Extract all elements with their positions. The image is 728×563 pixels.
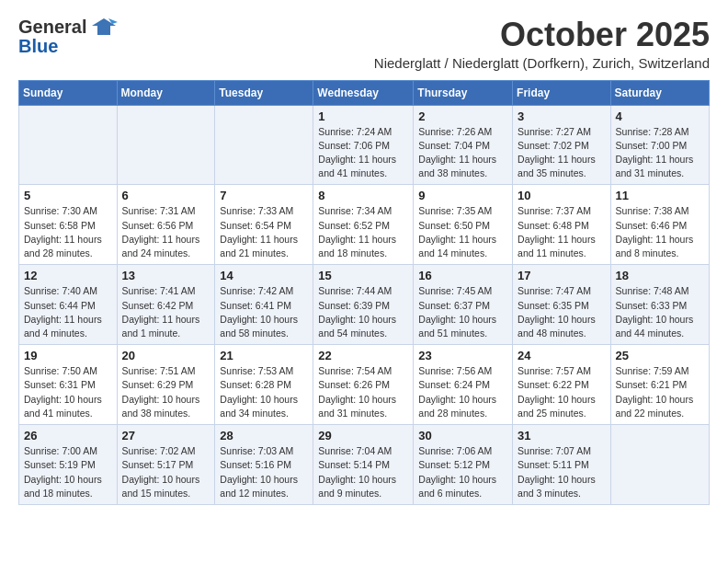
day-number: 17 (518, 269, 606, 282)
col-sunday: Sunday (19, 80, 118, 105)
day-info: Sunrise: 7:59 AMSunset: 6:21 PMDaylight:… (616, 364, 704, 420)
table-row: 16Sunrise: 7:45 AMSunset: 6:37 PMDayligh… (414, 265, 513, 345)
day-info: Sunrise: 7:24 AMSunset: 7:06 PMDaylight:… (318, 125, 408, 181)
day-number: 10 (518, 189, 606, 202)
title-block: October 2025 Niederglatt / Niederglatt (… (118, 17, 710, 71)
col-wednesday: Wednesday (313, 80, 414, 105)
day-number: 2 (418, 109, 507, 123)
calendar-week-row: 5Sunrise: 7:30 AMSunset: 6:58 PMDaylight… (19, 185, 710, 265)
day-number: 1 (318, 109, 408, 123)
table-row: 17Sunrise: 7:47 AMSunset: 6:35 PMDayligh… (513, 265, 611, 345)
logo-blue: Blue (18, 36, 58, 56)
month-title: October 2025 (136, 17, 710, 53)
day-number: 26 (24, 429, 112, 442)
col-friday: Friday (513, 80, 611, 105)
table-row: 4Sunrise: 7:28 AMSunset: 7:00 PMDaylight… (610, 105, 709, 185)
day-number: 31 (518, 429, 606, 442)
subtitle: Niederglatt / Niederglatt (Dorfkern), Zu… (136, 55, 710, 71)
day-number: 9 (418, 189, 507, 202)
day-info: Sunrise: 7:26 AMSunset: 7:04 PMDaylight:… (418, 125, 507, 181)
day-number: 6 (122, 189, 210, 202)
table-row: 27Sunrise: 7:02 AMSunset: 5:17 PMDayligh… (117, 425, 215, 505)
day-info: Sunrise: 7:34 AMSunset: 6:52 PMDaylight:… (318, 204, 408, 260)
table-row: 30Sunrise: 7:06 AMSunset: 5:12 PMDayligh… (414, 425, 513, 505)
day-info: Sunrise: 7:44 AMSunset: 6:39 PMDaylight:… (318, 284, 408, 340)
day-info: Sunrise: 7:50 AMSunset: 6:31 PMDaylight:… (24, 364, 112, 420)
table-row: 7Sunrise: 7:33 AMSunset: 6:54 PMDaylight… (215, 185, 313, 265)
day-info: Sunrise: 7:03 AMSunset: 5:16 PMDaylight:… (220, 444, 308, 500)
day-number: 22 (318, 349, 408, 362)
table-row: 29Sunrise: 7:04 AMSunset: 5:14 PMDayligh… (313, 425, 414, 505)
day-info: Sunrise: 7:37 AMSunset: 6:48 PMDaylight:… (518, 204, 606, 260)
logo-general: General (18, 17, 86, 36)
day-info: Sunrise: 7:07 AMSunset: 5:11 PMDaylight:… (518, 444, 606, 500)
calendar-table: Sunday Monday Tuesday Wednesday Thursday… (18, 80, 710, 505)
table-row: 10Sunrise: 7:37 AMSunset: 6:48 PMDayligh… (513, 185, 611, 265)
day-number: 21 (220, 349, 308, 362)
day-info: Sunrise: 7:04 AMSunset: 5:14 PMDaylight:… (318, 444, 408, 500)
table-row: 14Sunrise: 7:42 AMSunset: 6:41 PMDayligh… (215, 265, 313, 345)
day-info: Sunrise: 7:47 AMSunset: 6:35 PMDaylight:… (518, 284, 606, 340)
table-row: 22Sunrise: 7:54 AMSunset: 6:26 PMDayligh… (313, 345, 414, 425)
table-row: 8Sunrise: 7:34 AMSunset: 6:52 PMDaylight… (313, 185, 414, 265)
day-info: Sunrise: 7:38 AMSunset: 6:46 PMDaylight:… (616, 204, 704, 260)
day-number: 4 (616, 109, 704, 123)
col-monday: Monday (117, 80, 215, 105)
table-row: 20Sunrise: 7:51 AMSunset: 6:29 PMDayligh… (117, 345, 215, 425)
day-info: Sunrise: 7:02 AMSunset: 5:17 PMDaylight:… (122, 444, 210, 500)
day-number: 15 (318, 269, 408, 282)
day-number: 16 (418, 269, 507, 282)
day-number: 19 (24, 349, 112, 362)
table-row (117, 105, 215, 185)
day-info: Sunrise: 7:06 AMSunset: 5:12 PMDaylight:… (418, 444, 507, 500)
logo: General Blue (18, 17, 118, 55)
day-number: 28 (220, 429, 308, 442)
day-info: Sunrise: 7:48 AMSunset: 6:33 PMDaylight:… (616, 284, 704, 340)
col-tuesday: Tuesday (215, 80, 313, 105)
table-row: 24Sunrise: 7:57 AMSunset: 6:22 PMDayligh… (513, 345, 611, 425)
day-number: 24 (518, 349, 606, 362)
table-row: 13Sunrise: 7:41 AMSunset: 6:42 PMDayligh… (117, 265, 215, 345)
table-row: 28Sunrise: 7:03 AMSunset: 5:16 PMDayligh… (215, 425, 313, 505)
day-number: 5 (24, 189, 112, 202)
table-row: 15Sunrise: 7:44 AMSunset: 6:39 PMDayligh… (313, 265, 414, 345)
table-row: 25Sunrise: 7:59 AMSunset: 6:21 PMDayligh… (610, 345, 709, 425)
day-info: Sunrise: 7:56 AMSunset: 6:24 PMDaylight:… (418, 364, 507, 420)
header: General Blue October 2025 Niederglatt / … (18, 17, 710, 71)
day-info: Sunrise: 7:54 AMSunset: 6:26 PMDaylight:… (318, 364, 408, 420)
calendar-header-row: Sunday Monday Tuesday Wednesday Thursday… (19, 80, 710, 105)
day-number: 27 (122, 429, 210, 442)
day-info: Sunrise: 7:45 AMSunset: 6:37 PMDaylight:… (418, 284, 507, 340)
table-row: 1Sunrise: 7:24 AMSunset: 7:06 PMDaylight… (313, 105, 414, 185)
table-row: 6Sunrise: 7:31 AMSunset: 6:56 PMDaylight… (117, 185, 215, 265)
day-info: Sunrise: 7:53 AMSunset: 6:28 PMDaylight:… (220, 364, 308, 420)
table-row: 31Sunrise: 7:07 AMSunset: 5:11 PMDayligh… (513, 425, 611, 505)
table-row: 9Sunrise: 7:35 AMSunset: 6:50 PMDaylight… (414, 185, 513, 265)
day-number: 20 (122, 349, 210, 362)
day-info: Sunrise: 7:42 AMSunset: 6:41 PMDaylight:… (220, 284, 308, 340)
table-row: 11Sunrise: 7:38 AMSunset: 6:46 PMDayligh… (610, 185, 709, 265)
day-number: 3 (518, 109, 606, 123)
day-number: 23 (418, 349, 507, 362)
table-row: 5Sunrise: 7:30 AMSunset: 6:58 PMDaylight… (19, 185, 118, 265)
day-info: Sunrise: 7:28 AMSunset: 7:00 PMDaylight:… (616, 125, 704, 181)
table-row (610, 425, 709, 505)
day-number: 11 (616, 189, 704, 202)
day-number: 18 (616, 269, 704, 282)
table-row: 21Sunrise: 7:53 AMSunset: 6:28 PMDayligh… (215, 345, 313, 425)
day-info: Sunrise: 7:30 AMSunset: 6:58 PMDaylight:… (24, 204, 112, 260)
logo-bird-icon (90, 17, 118, 37)
page: General Blue October 2025 Niederglatt / … (0, 0, 728, 514)
table-row: 18Sunrise: 7:48 AMSunset: 6:33 PMDayligh… (610, 265, 709, 345)
day-info: Sunrise: 7:35 AMSunset: 6:50 PMDaylight:… (418, 204, 507, 260)
day-number: 8 (318, 189, 408, 202)
calendar-week-row: 19Sunrise: 7:50 AMSunset: 6:31 PMDayligh… (19, 345, 710, 425)
calendar-week-row: 12Sunrise: 7:40 AMSunset: 6:44 PMDayligh… (19, 265, 710, 345)
day-number: 25 (616, 349, 704, 362)
day-info: Sunrise: 7:41 AMSunset: 6:42 PMDaylight:… (122, 284, 210, 340)
table-row (215, 105, 313, 185)
day-info: Sunrise: 7:27 AMSunset: 7:02 PMDaylight:… (518, 125, 606, 181)
table-row: 19Sunrise: 7:50 AMSunset: 6:31 PMDayligh… (19, 345, 118, 425)
table-row: 26Sunrise: 7:00 AMSunset: 5:19 PMDayligh… (19, 425, 118, 505)
day-number: 12 (24, 269, 112, 282)
